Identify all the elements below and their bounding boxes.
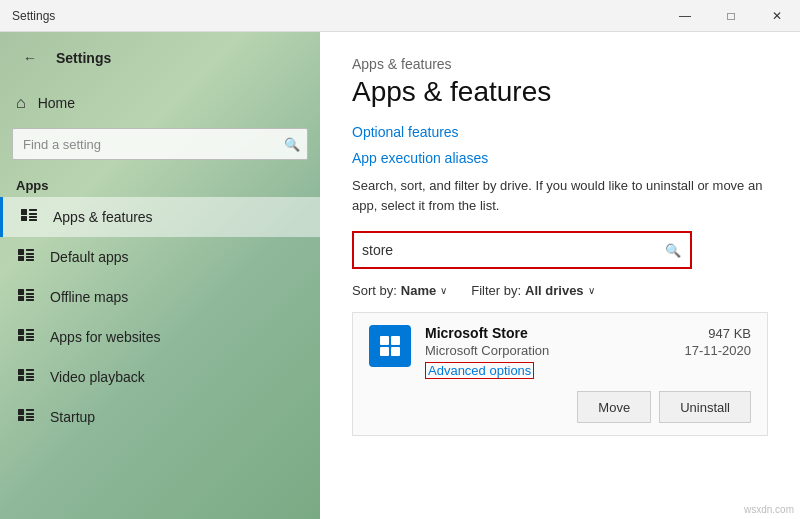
svg-rect-37 xyxy=(380,336,389,345)
app-name: Microsoft Store xyxy=(425,325,528,341)
svg-rect-11 xyxy=(26,259,34,261)
sidebar-item-apps-websites[interactable]: Apps for websites xyxy=(0,317,320,357)
sort-label: Sort by: xyxy=(352,283,397,298)
sort-value: Name xyxy=(401,283,436,298)
sidebar: ← Settings ⌂ Home 🔍 Apps Apps & features… xyxy=(0,32,320,519)
app-search-box: 🔍 xyxy=(352,231,692,269)
svg-rect-24 xyxy=(18,369,24,375)
app-search-input[interactable] xyxy=(354,233,656,267)
sidebar-label-offline-maps: Offline maps xyxy=(50,289,128,305)
close-button[interactable]: ✕ xyxy=(754,0,800,32)
filter-value: All drives xyxy=(525,283,584,298)
app-list-item: Microsoft Store 947 KB Microsoft Corpora… xyxy=(352,312,768,436)
titlebar: Settings — □ ✕ xyxy=(0,0,800,32)
sort-by[interactable]: Sort by: Name ∨ xyxy=(352,283,447,298)
maximize-button[interactable]: □ xyxy=(708,0,754,32)
svg-rect-1 xyxy=(21,216,27,221)
app-icon xyxy=(369,325,411,367)
page-title: Apps & features xyxy=(352,76,768,108)
filter-chevron: ∨ xyxy=(588,285,595,296)
move-button[interactable]: Move xyxy=(577,391,651,423)
sidebar-label-apps-features: Apps & features xyxy=(53,209,153,225)
titlebar-left: Settings xyxy=(12,9,55,23)
nav-icon-startup xyxy=(16,407,36,427)
svg-rect-23 xyxy=(26,339,34,341)
sort-chevron: ∨ xyxy=(440,285,447,296)
svg-rect-20 xyxy=(26,329,34,331)
svg-rect-7 xyxy=(18,256,24,261)
search-input[interactable] xyxy=(12,128,308,160)
svg-rect-19 xyxy=(18,336,24,341)
sidebar-label-apps-websites: Apps for websites xyxy=(50,329,161,345)
svg-rect-32 xyxy=(26,409,34,411)
svg-rect-34 xyxy=(26,416,34,418)
svg-rect-12 xyxy=(18,289,24,295)
filter-by[interactable]: Filter by: All drives ∨ xyxy=(471,283,594,298)
titlebar-title: Settings xyxy=(12,9,55,23)
sidebar-label-startup: Startup xyxy=(50,409,95,425)
sidebar-settings-title: Settings xyxy=(56,50,111,66)
sidebar-label-video-playback: Video playback xyxy=(50,369,145,385)
app-search-button[interactable]: 🔍 xyxy=(656,233,690,267)
app-action-buttons: Move Uninstall xyxy=(369,391,751,423)
svg-rect-27 xyxy=(26,373,34,375)
minimize-button[interactable]: — xyxy=(662,0,708,32)
svg-rect-9 xyxy=(26,253,34,255)
svg-rect-26 xyxy=(26,369,34,371)
svg-rect-22 xyxy=(26,336,34,338)
home-icon: ⌂ xyxy=(16,94,26,112)
advanced-options-link[interactable]: Advanced options xyxy=(425,362,534,379)
content-links: Optional featuresApp execution aliases xyxy=(352,124,768,166)
main-container: ← Settings ⌂ Home 🔍 Apps Apps & features… xyxy=(0,32,800,519)
svg-rect-0 xyxy=(21,209,27,215)
back-button[interactable]: ← xyxy=(16,44,44,72)
svg-rect-4 xyxy=(29,216,37,218)
link-app-execution-aliases[interactable]: App execution aliases xyxy=(352,150,768,166)
nav-icon-offline-maps xyxy=(16,287,36,307)
svg-rect-18 xyxy=(18,329,24,335)
link-optional-features[interactable]: Optional features xyxy=(352,124,768,140)
svg-rect-5 xyxy=(29,219,37,221)
sidebar-item-offline-maps[interactable]: Offline maps xyxy=(0,277,320,317)
nav-icon-apps-websites xyxy=(16,327,36,347)
svg-rect-33 xyxy=(26,413,34,415)
svg-rect-14 xyxy=(26,289,34,291)
sidebar-search: 🔍 xyxy=(12,128,308,160)
titlebar-controls: — □ ✕ xyxy=(662,0,800,32)
section-title: Apps xyxy=(0,170,320,197)
svg-rect-3 xyxy=(29,213,37,215)
sidebar-nav-top: ← Settings xyxy=(0,32,320,84)
svg-rect-38 xyxy=(391,336,400,345)
sidebar-label-default-apps: Default apps xyxy=(50,249,129,265)
home-label: Home xyxy=(38,95,75,111)
svg-rect-16 xyxy=(26,296,34,298)
sidebar-item-video-playback[interactable]: Video playback xyxy=(0,357,320,397)
svg-rect-31 xyxy=(18,416,24,421)
app-name-row: Microsoft Store 947 KB xyxy=(425,325,751,341)
search-inner: 🔍 xyxy=(352,231,692,269)
sidebar-item-startup[interactable]: Startup xyxy=(0,397,320,437)
svg-rect-40 xyxy=(391,347,400,356)
sidebar-home-item[interactable]: ⌂ Home xyxy=(0,84,320,122)
sidebar-item-apps-features[interactable]: Apps & features xyxy=(0,197,320,237)
svg-rect-21 xyxy=(26,333,34,335)
sort-filter-bar: Sort by: Name ∨ Filter by: All drives ∨ xyxy=(352,283,768,298)
nav-icon-video-playback xyxy=(16,367,36,387)
svg-rect-36 xyxy=(376,332,404,360)
svg-rect-25 xyxy=(18,376,24,381)
store-icon-svg xyxy=(376,332,404,360)
svg-rect-10 xyxy=(26,256,34,258)
svg-rect-13 xyxy=(18,296,24,301)
sidebar-item-default-apps[interactable]: Default apps xyxy=(0,237,320,277)
svg-rect-17 xyxy=(26,299,34,301)
svg-rect-39 xyxy=(380,347,389,356)
content-panel: Apps & features Apps & features Optional… xyxy=(320,32,800,519)
sidebar-nav: Apps & features Default apps Offline map… xyxy=(0,197,320,437)
svg-rect-6 xyxy=(18,249,24,255)
app-date: 17-11-2020 xyxy=(685,343,752,358)
nav-icon-default-apps xyxy=(16,247,36,267)
svg-rect-8 xyxy=(26,249,34,251)
uninstall-button[interactable]: Uninstall xyxy=(659,391,751,423)
app-item-header: Microsoft Store 947 KB Microsoft Corpora… xyxy=(369,325,751,379)
app-size: 947 KB xyxy=(708,326,751,341)
